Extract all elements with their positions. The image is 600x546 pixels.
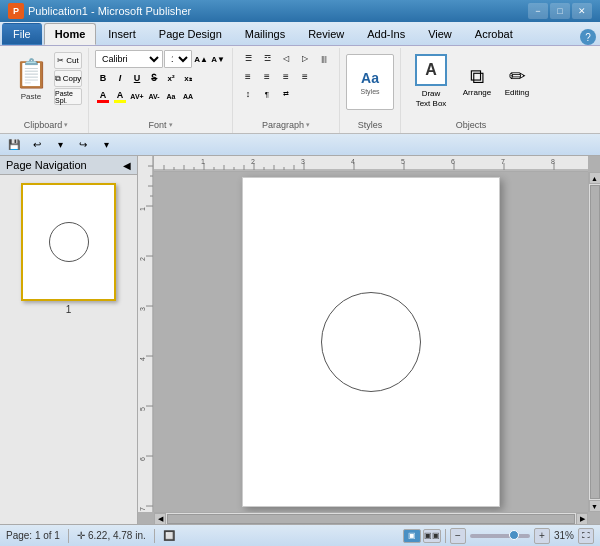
help-button[interactable]: ? xyxy=(580,29,596,45)
objects-group: DrawText Box ⧉ Arrange ✏ Editing Objects xyxy=(401,48,541,133)
coords-display: ✛ 6.22, 4.78 in. xyxy=(77,530,146,541)
save-button[interactable]: 💾 xyxy=(4,136,24,154)
redo-button[interactable]: ↪ xyxy=(73,136,93,154)
scroll-down-button[interactable]: ▼ xyxy=(589,500,601,512)
underline-button[interactable]: U xyxy=(129,70,145,86)
scroll-right-button[interactable]: ▶ xyxy=(576,513,588,525)
tab-review[interactable]: Review xyxy=(297,23,355,45)
font-aa-btn[interactable]: Aa xyxy=(163,88,179,104)
indent-more-button[interactable]: ▷ xyxy=(296,50,314,66)
zoom-plus-button[interactable]: + xyxy=(534,528,550,544)
line-spacing-button[interactable]: ↕ xyxy=(239,86,257,102)
zoom-minus-button[interactable]: − xyxy=(450,528,466,544)
col-button[interactable]: ||| xyxy=(315,50,333,66)
scroll-thumb-horizontal[interactable] xyxy=(167,514,575,524)
scroll-left-button[interactable]: ◀ xyxy=(154,513,166,525)
clipboard-group: 📋 Paste ✂Cut ⧉Copy Paste Spl. Clipboard … xyxy=(4,48,89,133)
strikethrough-button[interactable]: S̶ xyxy=(146,70,162,86)
svg-text:2: 2 xyxy=(139,257,146,261)
page-thumbnail-area: 1 xyxy=(0,175,137,524)
two-page-view-button[interactable]: ▣▣ xyxy=(423,529,441,543)
font-label: Font ▾ xyxy=(148,118,172,131)
tab-home[interactable]: Home xyxy=(44,23,97,45)
font-size-select[interactable]: 11 xyxy=(164,50,192,68)
page-nav-collapse-button[interactable]: ◀ xyxy=(123,160,131,171)
zoom-slider[interactable] xyxy=(470,534,530,538)
align-center-button[interactable]: ≡ xyxy=(258,68,276,84)
tab-page-design[interactable]: Page Design xyxy=(148,23,233,45)
page-thumbnail-1[interactable]: 1 xyxy=(21,183,116,301)
tab-file[interactable]: File xyxy=(2,23,42,45)
align-right-button[interactable]: ≡ xyxy=(277,68,295,84)
paragraph-expand[interactable]: ▾ xyxy=(306,121,310,129)
fullscreen-button[interactable]: ⛶ xyxy=(578,528,594,544)
clipboard-expand[interactable]: ▾ xyxy=(64,121,68,129)
draw-text-box-button[interactable]: DrawText Box xyxy=(407,52,455,110)
svg-text:7: 7 xyxy=(501,158,505,165)
page-view-button[interactable]: ▣ xyxy=(403,529,421,543)
horizontal-ruler: 1 2 3 4 5 6 7 xyxy=(154,156,588,172)
tab-mailings[interactable]: Mailings xyxy=(234,23,296,45)
cut-button[interactable]: ✂Cut xyxy=(54,52,82,69)
canvas-area: 1 2 3 4 5 6 7 xyxy=(138,156,600,524)
page-info: Page: 1 of 1 xyxy=(6,530,60,541)
indent-less-button[interactable]: ◁ xyxy=(277,50,295,66)
horizontal-scrollbar[interactable]: ◀ ▶ xyxy=(154,512,588,524)
decrease-spacing-btn[interactable]: AV- xyxy=(146,88,162,104)
page-navigation-panel: Page Navigation ◀ 1 xyxy=(0,156,138,524)
scroll-up-button[interactable]: ▲ xyxy=(589,172,601,184)
view-icons: ▣ ▣▣ xyxy=(403,529,441,543)
arrange-button[interactable]: ⧉ Arrange xyxy=(459,52,495,110)
paste-button[interactable]: 📋 Paste xyxy=(10,50,52,108)
align-left-button[interactable]: ≡ xyxy=(239,68,257,84)
page-nav-header: Page Navigation ◀ xyxy=(0,156,137,175)
svg-text:6: 6 xyxy=(139,457,146,461)
paragraph-label: Paragraph ▾ xyxy=(262,118,310,131)
font-expand[interactable]: ▾ xyxy=(169,121,173,129)
paragraph-group: ☰ ☲ ◁ ▷ ||| ≡ ≡ ≡ ≡ ↕ ¶ ⇄ Paragraph ▾ xyxy=(233,48,340,133)
styles-button[interactable]: Aa Styles xyxy=(346,54,394,110)
highlight-button[interactable]: A xyxy=(112,88,128,104)
tab-acrobat[interactable]: Acrobat xyxy=(464,23,524,45)
italic-button[interactable]: I xyxy=(112,70,128,86)
superscript-button[interactable]: x² xyxy=(163,70,179,86)
vertical-scrollbar[interactable]: ▲ ▼ xyxy=(588,172,600,512)
increase-spacing-btn[interactable]: AV+ xyxy=(129,88,145,104)
maximize-button[interactable]: □ xyxy=(550,3,570,19)
undo-dropdown[interactable]: ▾ xyxy=(50,136,70,154)
undo-button[interactable]: ↩ xyxy=(27,136,47,154)
zoom-slider-thumb[interactable] xyxy=(509,530,519,540)
increase-font-btn[interactable]: A▲ xyxy=(193,51,209,67)
scroll-thumb-vertical[interactable] xyxy=(590,185,600,499)
decrease-font-btn[interactable]: A▼ xyxy=(210,51,226,67)
para-spacing-button[interactable]: ¶ xyxy=(258,86,276,102)
minimize-button[interactable]: − xyxy=(528,3,548,19)
direction-button[interactable]: ⇄ xyxy=(277,86,295,102)
justify-button[interactable]: ≡ xyxy=(296,68,314,84)
tab-insert[interactable]: Insert xyxy=(97,23,147,45)
bold-button[interactable]: B xyxy=(95,70,111,86)
status-separator-3 xyxy=(445,529,446,543)
zoom-level: 31% xyxy=(554,530,574,541)
app-icon: P xyxy=(8,3,24,19)
paste-special-button[interactable]: Paste Spl. xyxy=(54,88,82,105)
status-separator-2 xyxy=(154,529,155,543)
svg-text:7: 7 xyxy=(139,507,146,511)
editing-button[interactable]: ✏ Editing xyxy=(499,52,535,110)
arrange-icon: ⧉ xyxy=(470,66,484,86)
font-aa2-btn[interactable]: AA xyxy=(180,88,196,104)
tab-add-ins[interactable]: Add-Ins xyxy=(356,23,416,45)
bullets-button[interactable]: ☰ xyxy=(239,50,257,66)
styles-label: Styles xyxy=(358,118,383,131)
subscript-button[interactable]: x₂ xyxy=(180,70,196,86)
editing-icon: ✏ xyxy=(509,66,526,86)
canvas-content xyxy=(154,172,588,512)
numbering-button[interactable]: ☲ xyxy=(258,50,276,66)
svg-text:4: 4 xyxy=(351,158,355,165)
font-color-button[interactable]: A xyxy=(95,88,111,104)
tab-view[interactable]: View xyxy=(417,23,463,45)
copy-button[interactable]: ⧉Copy xyxy=(54,70,82,87)
close-button[interactable]: ✕ xyxy=(572,3,592,19)
qat-customize[interactable]: ▾ xyxy=(96,136,116,154)
font-family-select[interactable]: Calibri xyxy=(95,50,163,68)
